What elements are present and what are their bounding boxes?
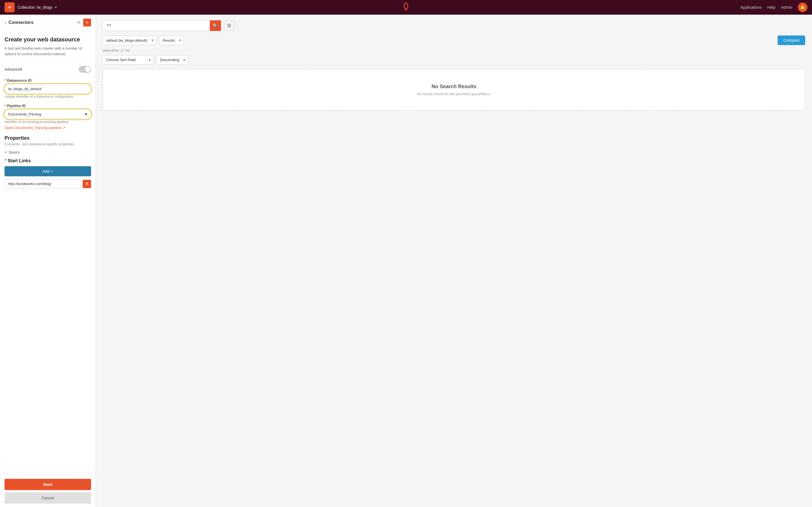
- start-links-label: * Start Links: [4, 158, 91, 163]
- chevron-down-icon: [54, 6, 57, 9]
- divider: [4, 61, 91, 61]
- datasource-id-field: * Datasource ID Unique identifier of a d…: [4, 78, 91, 99]
- datasource-id-input[interactable]: [4, 84, 91, 94]
- no-results-title: No Search Results: [109, 83, 799, 90]
- nav-plus-button[interactable]: +: [4, 2, 15, 12]
- add-link-button[interactable]: Add +: [4, 166, 91, 176]
- sort-field-dropdown-wrap: Choose Sort Field ▼: [103, 55, 153, 64]
- pipeline-id-select[interactable]: Documents_Parsing: [4, 110, 91, 119]
- sort-order-dropdown-wrap: Descending ▼: [156, 55, 188, 64]
- left-panel: ‹ Connectors ✕ + Create your web datasou…: [0, 15, 96, 507]
- pipeline-id-label: * Pipeline ID: [4, 104, 91, 108]
- advanced-toggle[interactable]: [79, 66, 91, 73]
- right-panel: 🔍 ⚙ default (lw_blogs-default) ▼ Results…: [96, 15, 812, 507]
- panel-header-left: ‹ Connectors: [4, 20, 34, 25]
- compare-button[interactable]: Compare: [777, 36, 805, 45]
- search-input[interactable]: [103, 20, 221, 31]
- basics-collapsible[interactable]: ▼ Basics: [4, 150, 91, 154]
- advanced-label: Advanced: [4, 67, 22, 71]
- external-link-icon: ↗: [62, 126, 65, 130]
- search-bar-row: 🔍 ⚙: [103, 20, 805, 31]
- url-remove-button[interactable]: ✕: [83, 180, 91, 188]
- cancel-button[interactable]: Cancel: [4, 492, 91, 504]
- panel-body: Create your web datasource A fast and fl…: [0, 31, 96, 475]
- url-input[interactable]: [4, 179, 81, 188]
- collection-select[interactable]: default (lw_blogs-default): [103, 36, 156, 45]
- sort-row: Choose Sort Field ▼ Descending ▼: [103, 55, 805, 64]
- search-icon: 🔍: [213, 23, 218, 29]
- collection-dropdown-wrap: default (lw_blogs-default) ▼: [103, 36, 156, 45]
- search-input-wrap: 🔍: [103, 20, 221, 31]
- gear-icon: ⚙: [227, 22, 232, 29]
- results-controls: default (lw_blogs-default) ▼ Results ▼ C…: [103, 36, 805, 45]
- panel-header-right: ✕ +: [77, 18, 91, 26]
- nav-help-link[interactable]: Help: [767, 5, 776, 10]
- back-button[interactable]: ‹: [4, 20, 6, 25]
- main-layout: ‹ Connectors ✕ + Create your web datasou…: [0, 15, 812, 507]
- form-title: Create your web datasource: [4, 36, 91, 43]
- results-dropdown-wrap: Results ▼: [159, 36, 184, 45]
- datasource-id-label: * Datasource ID: [4, 78, 91, 82]
- top-nav: + Collection: lw_blogs Applications Help…: [0, 0, 812, 15]
- nav-left: + Collection: lw_blogs: [4, 2, 57, 12]
- app-logo: [400, 1, 412, 14]
- collapse-icon: ▼: [4, 151, 7, 154]
- panel-title: Connectors: [8, 20, 34, 25]
- lucidworks-logo: [400, 1, 412, 12]
- no-results-subtitle: No results found for the provided query/…: [109, 92, 799, 96]
- nav-applications-link[interactable]: Applications: [741, 5, 762, 10]
- no-results-box: No Search Results No results found for t…: [103, 69, 805, 111]
- save-button[interactable]: Save: [4, 479, 91, 490]
- open-pipeline-link[interactable]: Open Documents_Parsing pipeline ↗: [4, 126, 65, 130]
- basics-label: Basics: [9, 150, 20, 154]
- advanced-row: Advanced: [4, 66, 91, 73]
- search-button[interactable]: 🔍: [210, 20, 221, 31]
- sort-order-select[interactable]: Descending: [156, 55, 188, 64]
- pipeline-id-help: Identifier of an existing processing pip…: [4, 120, 91, 124]
- nav-collection-selector[interactable]: Collection: lw_blogs: [17, 5, 57, 10]
- notification-bell[interactable]: 🔔: [798, 3, 808, 12]
- query-time: query-time: 17 ms: [103, 48, 805, 52]
- pipeline-id-select-wrap: Documents_Parsing ▼: [4, 110, 91, 119]
- settings-button[interactable]: ⚙: [224, 20, 235, 31]
- sort-field-select[interactable]: Choose Sort Field: [103, 55, 153, 64]
- datasource-id-help: Unique identifier of a datasource config…: [4, 95, 91, 99]
- panel-actions: Save Cancel: [0, 475, 96, 507]
- nav-right: Applications Help Admin 🔔: [741, 3, 808, 12]
- panel-header: ‹ Connectors ✕ +: [0, 15, 96, 31]
- form-description: A fast and flexible web crawler with a n…: [4, 46, 91, 57]
- url-row: ✕: [4, 179, 91, 188]
- panel-add-button[interactable]: +: [83, 18, 91, 26]
- properties-subtitle: Connector- and datasource-specific prope…: [4, 142, 91, 146]
- nav-admin-link[interactable]: Admin: [781, 5, 792, 10]
- properties-section-title: Properties: [4, 135, 91, 141]
- close-button[interactable]: ✕: [77, 19, 81, 25]
- results-select[interactable]: Results: [159, 36, 184, 45]
- pipeline-id-field: * Pipeline ID Documents_Parsing ▼ Identi…: [4, 104, 91, 130]
